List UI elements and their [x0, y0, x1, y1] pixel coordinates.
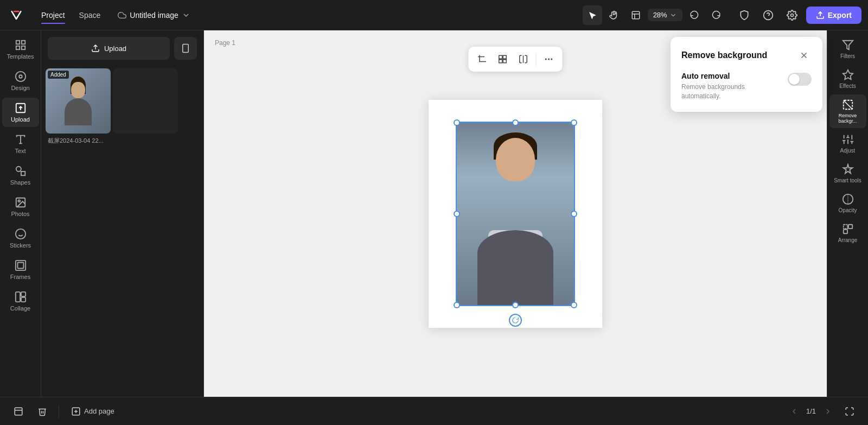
- sidebar-item-frames[interactable]: Frames: [2, 255, 39, 284]
- sidebar-item-text-label: Text: [15, 148, 25, 154]
- bottom-divider: [59, 405, 59, 418]
- expand-button[interactable]: [840, 402, 859, 421]
- photo-body: [477, 230, 553, 306]
- mobile-button[interactable]: [174, 37, 197, 60]
- sidebar-item-collage[interactable]: Collage: [2, 287, 39, 316]
- floating-toolbar: [469, 47, 563, 72]
- mobile-icon: [181, 43, 190, 53]
- more-options-button[interactable]: [540, 50, 558, 68]
- photos-icon: [15, 196, 27, 208]
- svg-rect-32: [499, 55, 502, 59]
- page-settings-button[interactable]: [9, 402, 28, 421]
- sidebar-item-design-label: Design: [11, 85, 29, 91]
- sidebar-item-templates-label: Templates: [7, 53, 34, 60]
- palette-icon: [15, 71, 27, 83]
- sidebar-item-upload-label: Upload: [11, 116, 30, 123]
- layout-tool[interactable]: [626, 5, 646, 25]
- svg-rect-10: [16, 46, 19, 49]
- effects-icon: [842, 69, 854, 81]
- document-title[interactable]: Untitled image: [118, 11, 190, 20]
- right-item-adjust[interactable]: Adjust: [829, 129, 866, 158]
- add-page-button[interactable]: Add page: [66, 403, 120, 420]
- opacity-icon: [842, 193, 854, 205]
- settings-icon-btn[interactable]: [782, 5, 802, 25]
- media-item[interactable]: Added: [46, 68, 199, 134]
- zoom-value: 28%: [653, 11, 667, 19]
- sidebar-item-shapes-label: Shapes: [10, 179, 30, 186]
- redo-button[interactable]: [706, 5, 726, 25]
- sidebar-item-shapes[interactable]: Shapes: [2, 161, 39, 190]
- svg-rect-25: [17, 263, 23, 269]
- remove-bg-popup: Remove background Auto removal Remove ba…: [671, 37, 822, 112]
- right-item-opacity[interactable]: Opacity: [829, 189, 866, 218]
- sidebar-item-frames-label: Frames: [10, 274, 30, 280]
- sidebar-item-text[interactable]: Text: [2, 129, 39, 158]
- right-item-remove-bg[interactable]: Remove backgr...: [829, 94, 866, 128]
- popup-close-button[interactable]: [796, 48, 812, 63]
- right-item-effects[interactable]: Effects: [829, 65, 866, 93]
- page-counter: 1/1: [806, 407, 816, 415]
- crop-button[interactable]: [473, 50, 492, 68]
- media-secondary-thumb: [113, 68, 178, 134]
- delete-button[interactable]: [33, 402, 52, 421]
- app-logo[interactable]: [7, 5, 26, 25]
- right-item-smart-tools[interactable]: Smart tools: [829, 159, 866, 188]
- toolbar-divider: [536, 53, 537, 66]
- collage-icon: [15, 291, 27, 303]
- next-page-button[interactable]: [820, 404, 835, 419]
- grid-icon: [15, 39, 27, 51]
- upload-button[interactable]: Upload: [48, 37, 170, 60]
- shield-icon-btn[interactable]: [735, 5, 754, 25]
- svg-rect-60: [15, 408, 22, 415]
- sidebar-item-design[interactable]: Design: [2, 66, 39, 96]
- auto-removal-toggle[interactable]: [788, 73, 812, 86]
- svg-point-39: [551, 59, 552, 60]
- undo-button[interactable]: [685, 5, 704, 25]
- nav-project[interactable]: Project: [35, 8, 72, 23]
- upload-panel: Upload: [41, 30, 204, 397]
- zoom-control[interactable]: 28%: [648, 9, 682, 21]
- media-added-badge: Added: [48, 71, 69, 79]
- text-icon: [15, 134, 27, 145]
- popup-header: Remove background: [681, 48, 812, 63]
- close-icon: [799, 50, 809, 60]
- sidebar-item-templates[interactable]: Templates: [2, 35, 39, 64]
- right-item-arrange[interactable]: Arrange: [829, 219, 866, 248]
- sidebar-item-stickers[interactable]: Stickers: [2, 224, 39, 253]
- pan-tool[interactable]: [604, 5, 624, 25]
- svg-point-11: [15, 72, 25, 81]
- svg-point-21: [15, 229, 25, 239]
- rotate-handle[interactable]: [509, 314, 522, 327]
- elements-button[interactable]: [494, 50, 512, 68]
- svg-rect-57: [843, 225, 847, 229]
- arrange-icon: [842, 223, 854, 235]
- sidebar-item-collage-label: Collage: [10, 305, 30, 312]
- zoom-chevron-icon: [669, 11, 677, 19]
- auto-removal-text: Auto removal Remove backgrounds automati…: [681, 72, 781, 101]
- svg-rect-28: [21, 297, 25, 302]
- svg-rect-27: [21, 292, 25, 296]
- sidebar-item-photos-label: Photos: [11, 211, 29, 217]
- nav-space[interactable]: Space: [73, 8, 107, 23]
- svg-rect-58: [848, 225, 852, 229]
- sidebar-item-photos[interactable]: Photos: [2, 192, 39, 221]
- canvas-image[interactable]: [456, 122, 575, 306]
- media-filename: 截屏2024-03-04 22...: [46, 137, 111, 145]
- panel-header: Upload: [41, 30, 203, 64]
- svg-rect-18: [21, 172, 24, 175]
- add-page-label: Add page: [84, 407, 114, 415]
- right-item-filters[interactable]: Filters: [829, 35, 866, 64]
- select-tool[interactable]: [583, 5, 602, 25]
- sidebar-item-upload[interactable]: Upload: [2, 98, 39, 127]
- sidebar-item-stickers-label: Stickers: [10, 242, 31, 249]
- upload-icon: [15, 102, 27, 114]
- prev-page-button[interactable]: [787, 404, 802, 419]
- topbar: Project Space Untitled image 28%: [0, 0, 868, 30]
- export-button[interactable]: Export: [806, 7, 861, 24]
- toggle-knob: [789, 74, 800, 85]
- remove-bg-icon: [842, 99, 854, 111]
- flip-button[interactable]: [514, 50, 533, 68]
- popup-title: Remove background: [681, 50, 767, 60]
- right-panel: Filters Effects Remove backgr... Adjust …: [827, 30, 868, 397]
- help-icon-btn[interactable]: [758, 5, 778, 25]
